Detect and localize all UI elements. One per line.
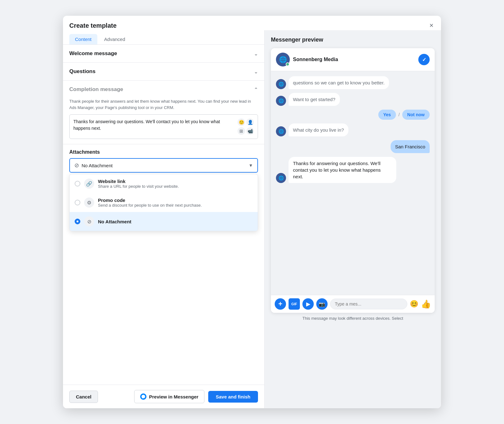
brand-name: Sonnenberg Media bbox=[293, 57, 338, 62]
preview-note: This message may look different across d… bbox=[271, 316, 435, 321]
website-link-icon: 🔗 bbox=[84, 179, 94, 189]
bot-message-3: 🌐 What city do you live in? bbox=[276, 123, 430, 136]
save-and-finish-button[interactable]: Save and finish bbox=[208, 391, 258, 403]
close-button[interactable]: × bbox=[428, 21, 435, 30]
tab-advanced[interactable]: Advanced bbox=[99, 34, 131, 44]
messenger-preview-icon bbox=[140, 393, 146, 400]
messenger-preview-phone: 🌐 Sonnenberg Media ✓ 🌐 questions so we c… bbox=[271, 48, 435, 313]
no-attachment-title: No Attachment bbox=[98, 219, 253, 224]
quick-replies: Yes / Not now bbox=[276, 110, 430, 120]
modal-footer: Cancel Preview in Messenger Save and fin… bbox=[63, 385, 264, 408]
tab-content[interactable]: Content bbox=[69, 34, 97, 44]
bot-avatar-completion: 🌐 bbox=[276, 173, 286, 183]
completion-chevron-icon: ⌃ bbox=[254, 87, 258, 93]
bot-message-1: 🌐 questions so we can get to know you be… bbox=[276, 76, 430, 89]
bot-avatar-2: 🌐 bbox=[276, 96, 286, 106]
completion-message-box: Thanks for answering our questions. We'l… bbox=[69, 114, 258, 139]
online-indicator bbox=[286, 62, 289, 66]
messenger-messages: 🌐 questions so we can get to know you be… bbox=[271, 71, 435, 295]
image-button[interactable]: 📷 bbox=[316, 298, 328, 310]
messenger-input-bar: + GIF ▶ 📷 😊 👍 bbox=[271, 295, 435, 313]
bubble-completion: Thanks for answering our questions. We'l… bbox=[289, 157, 396, 183]
person-icon[interactable]: 👤 bbox=[246, 118, 254, 126]
user-message-1: San Francisco bbox=[276, 140, 430, 153]
emoji-picker-icon[interactable]: 🙂 bbox=[238, 118, 245, 126]
quick-reply-separator: / bbox=[398, 112, 400, 117]
dropdown-arrow-icon: ▼ bbox=[249, 163, 253, 168]
bubble-user-1: San Francisco bbox=[391, 140, 430, 153]
no-attachment-option-icon: ⊘ bbox=[84, 216, 94, 226]
completion-message-text: Thanks for answering our questions. We'l… bbox=[73, 118, 235, 132]
modal-title: Create template bbox=[69, 22, 117, 29]
bot-avatar-1: 🌐 bbox=[276, 79, 286, 89]
promo-code-icon: ⚙ bbox=[84, 198, 94, 208]
option-no-attachment[interactable]: ⊘ No Attachment bbox=[70, 212, 258, 231]
attachment-selected-label: No Attachment bbox=[82, 163, 112, 168]
attachments-section: Attachments ⊘ No Attachment ▼ bbox=[63, 144, 264, 236]
questions-chevron-icon: ⌄ bbox=[254, 69, 258, 75]
add-action-button[interactable]: + bbox=[275, 298, 286, 310]
quick-reply-yes[interactable]: Yes bbox=[378, 110, 396, 120]
message-input[interactable] bbox=[330, 299, 407, 309]
welcome-message-title: Welcome message bbox=[69, 50, 117, 57]
questions-header[interactable]: Questions ⌄ bbox=[63, 63, 264, 80]
right-panel: Messenger preview 🌐 Sonnenberg Media ✓ bbox=[265, 30, 441, 408]
no-attachment-icon: ⊘ bbox=[74, 162, 79, 169]
promo-code-desc: Send a discount for people to use on the… bbox=[98, 203, 253, 208]
modal-header: Create template × bbox=[63, 16, 441, 30]
option-website-link[interactable]: 🔗 Website link Share a URL for people to… bbox=[70, 174, 258, 193]
website-link-title: Website link bbox=[98, 179, 253, 184]
modal-body: Content Advanced Welcome message ⌄ Quest… bbox=[63, 30, 441, 408]
radio-no-attachment[interactable] bbox=[75, 219, 80, 224]
preview-btn-label: Preview in Messenger bbox=[149, 394, 198, 399]
section-welcome-message: Welcome message ⌄ bbox=[63, 45, 264, 63]
radio-promo-code[interactable] bbox=[75, 200, 80, 205]
completion-description: Thank people for their answers and let t… bbox=[69, 98, 258, 111]
emoji-button[interactable]: 😊 bbox=[410, 300, 418, 308]
completion-message-header[interactable]: Completion message ⌃ bbox=[63, 81, 264, 98]
bot-message-completion: 🌐 Thanks for answering our questions. We… bbox=[276, 157, 430, 183]
quick-reply-not-now[interactable]: Not now bbox=[402, 110, 430, 120]
bubble-bot-2: Want to get started? bbox=[289, 93, 340, 106]
section-questions: Questions ⌄ bbox=[63, 63, 264, 81]
option-promo-code[interactable]: ⚙ Promo code Send a discount for people … bbox=[70, 193, 258, 212]
verified-badge: ✓ bbox=[418, 54, 430, 65]
cancel-button[interactable]: Cancel bbox=[69, 391, 98, 403]
questions-title: Questions bbox=[69, 68, 95, 75]
attachment-dropdown[interactable]: ⊘ No Attachment ▼ bbox=[69, 158, 258, 173]
brand-avatar: 🌐 bbox=[276, 53, 290, 66]
website-link-desc: Share a URL for people to visit your web… bbox=[98, 184, 253, 189]
create-template-modal: Create template × Content Advanced Welco… bbox=[63, 16, 441, 408]
preview-in-messenger-button[interactable]: Preview in Messenger bbox=[134, 390, 204, 403]
completion-section-body: Thank people for their answers and let t… bbox=[63, 98, 264, 144]
sticker-button[interactable]: ▶ bbox=[302, 298, 314, 310]
left-panel: Content Advanced Welcome message ⌄ Quest… bbox=[63, 30, 265, 408]
bubble-bot-3: What city do you live in? bbox=[289, 123, 348, 136]
messenger-brand: 🌐 Sonnenberg Media bbox=[276, 53, 338, 66]
message-icon-group: 🙂 👤 ⊞ 📹 bbox=[238, 118, 254, 135]
bot-message-2: 🌐 Want to get started? bbox=[276, 93, 430, 106]
add-video-icon[interactable]: 📹 bbox=[246, 127, 254, 135]
messenger-header: 🌐 Sonnenberg Media ✓ bbox=[271, 48, 435, 71]
attachment-dropdown-menu: 🔗 Website link Share a URL for people to… bbox=[69, 174, 258, 231]
add-media-icon[interactable]: ⊞ bbox=[238, 127, 245, 135]
section-completion-message: Completion message ⌃ Thank people for th… bbox=[63, 81, 264, 144]
welcome-message-header[interactable]: Welcome message ⌄ bbox=[63, 45, 264, 62]
preview-title: Messenger preview bbox=[271, 37, 435, 43]
radio-website-link[interactable] bbox=[75, 181, 80, 186]
gif-button[interactable]: GIF bbox=[289, 298, 300, 310]
bubble-bot-1: questions so we can get to know you bett… bbox=[289, 76, 389, 89]
tabs-bar: Content Advanced bbox=[63, 30, 264, 45]
bot-avatar-3: 🌐 bbox=[276, 126, 286, 136]
welcome-chevron-icon: ⌄ bbox=[254, 51, 258, 57]
promo-code-title: Promo code bbox=[98, 198, 253, 203]
section-list: Welcome message ⌄ Questions ⌄ Completion… bbox=[63, 45, 264, 385]
like-button[interactable]: 👍 bbox=[421, 299, 431, 309]
completion-message-title: Completion message bbox=[69, 86, 123, 93]
attachments-title: Attachments bbox=[69, 149, 258, 155]
